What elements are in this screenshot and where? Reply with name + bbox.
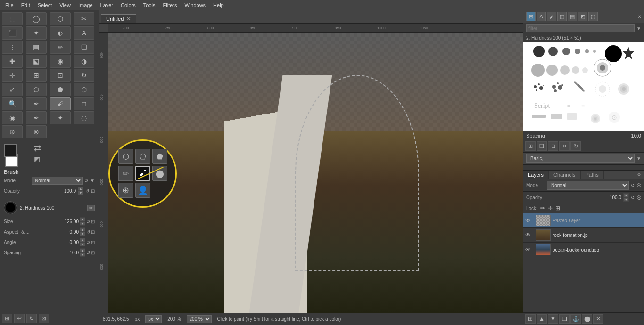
layer-opacity-chain[interactable]: ⛓ bbox=[636, 195, 641, 200]
size-down[interactable]: ▼ bbox=[80, 221, 85, 226]
brush-duplicate-button[interactable]: ❑ bbox=[537, 141, 547, 151]
tool-fuzzy-select[interactable]: ✂ bbox=[74, 12, 94, 25]
menu-windows[interactable]: Windows bbox=[181, 1, 209, 9]
tool-move[interactable]: ✛ bbox=[2, 69, 23, 82]
layer-item-pasted[interactable]: 👁 Pasted Layer bbox=[523, 213, 644, 228]
menu-edit[interactable]: Edit bbox=[18, 1, 33, 9]
layer-item-ocean[interactable]: 👁 ocean-background.jpg bbox=[523, 243, 644, 257]
aspect-up[interactable]: ▲ bbox=[80, 228, 85, 232]
tool-align[interactable]: ⊞ bbox=[26, 69, 47, 82]
merge-layer-button[interactable]: ⬤ bbox=[582, 314, 592, 324]
tool-crop[interactable]: ⊡ bbox=[50, 69, 71, 82]
layer-item-rock[interactable]: 👁 rock-formation.jp bbox=[523, 228, 644, 243]
highlight-tool-7[interactable]: ⊕ bbox=[118, 183, 133, 198]
mode-select[interactable]: Normal bbox=[32, 177, 83, 185]
lock-pixels-icon[interactable]: ✏ bbox=[540, 205, 545, 211]
layer-opacity-up[interactable]: ▲ bbox=[623, 193, 629, 197]
brush-preset-select[interactable]: Basic, bbox=[526, 154, 635, 163]
tool-heal[interactable]: ✚ bbox=[2, 55, 23, 68]
fg-color-swatch[interactable] bbox=[4, 144, 17, 157]
layers-mode-chain[interactable]: ⛓ bbox=[636, 183, 641, 188]
menu-filters[interactable]: Filters bbox=[160, 1, 181, 9]
zoom-select[interactable]: 200 % bbox=[187, 315, 212, 323]
brush-paste-button[interactable]: ⊟ bbox=[548, 141, 558, 151]
tab-paths[interactable]: Paths bbox=[581, 171, 604, 179]
size-store[interactable]: ⊡ bbox=[91, 219, 95, 224]
panel-icon-document[interactable]: ⬚ bbox=[588, 12, 598, 21]
layer-eye-rock[interactable]: 👁 bbox=[525, 232, 534, 238]
canvas-main[interactable]: ⬡ ⬠ ⬟ ✏ 🖌 ⬤ ⊕ 👤 bbox=[108, 33, 523, 313]
lock-position-icon[interactable]: ✛ bbox=[548, 205, 553, 211]
brush-new-button[interactable]: ⊞ bbox=[525, 141, 536, 151]
mode-info[interactable]: ▼ bbox=[90, 178, 95, 183]
menu-tools[interactable]: Tools bbox=[140, 1, 159, 9]
tool-pencil[interactable]: ✏ bbox=[50, 41, 71, 54]
menu-select[interactable]: Select bbox=[34, 1, 56, 9]
highlight-tool-8[interactable]: 👤 bbox=[135, 183, 150, 198]
layers-mode-select[interactable]: Normal bbox=[547, 181, 629, 190]
tool-flip[interactable]: ⬡ bbox=[74, 83, 94, 96]
tool-ink[interactable]: ✒ bbox=[26, 111, 47, 124]
tool-smudge[interactable]: ◌ bbox=[74, 111, 94, 124]
lock-alpha-icon[interactable]: ⊞ bbox=[555, 205, 560, 211]
tool-color-picker[interactable]: ✒ bbox=[26, 97, 47, 110]
tool-measure[interactable]: ⊕ bbox=[2, 125, 23, 138]
brush-edit-button[interactable]: ✏ bbox=[87, 205, 95, 211]
panel-close-icon[interactable]: ✕ bbox=[637, 14, 641, 19]
duplicate-layer-button[interactable]: ❑ bbox=[559, 314, 570, 324]
tool-dodge[interactable]: ◑ bbox=[74, 55, 94, 68]
swap-colors-button[interactable]: ⇄ bbox=[34, 143, 41, 154]
tool-text[interactable]: A bbox=[74, 26, 94, 40]
layers-mode-reset[interactable]: ↺ bbox=[631, 183, 635, 188]
tool-eraser[interactable]: ◻ bbox=[74, 97, 94, 110]
highlight-tool-3[interactable]: ⬟ bbox=[152, 149, 167, 164]
panel-icon-pattern[interactable]: ◫ bbox=[557, 12, 567, 21]
tool-script-fu[interactable]: ⊗ bbox=[26, 125, 47, 138]
size-reset[interactable]: ↺ bbox=[86, 219, 90, 224]
delete-button[interactable]: ⊠ bbox=[39, 314, 49, 323]
size-up[interactable]: ▲ bbox=[80, 217, 85, 221]
panel-icon-brush[interactable]: 🖌 bbox=[547, 12, 556, 21]
menu-layer[interactable]: Layer bbox=[97, 1, 117, 9]
config-button[interactable]: ↻ bbox=[26, 314, 37, 323]
filter-arrow-icon[interactable]: ▼ bbox=[636, 26, 641, 31]
spacing-down[interactable]: ▼ bbox=[80, 252, 85, 257]
brush-delete-button[interactable]: ✕ bbox=[559, 141, 570, 151]
angle-reset[interactable]: ↺ bbox=[86, 240, 90, 245]
tool-clone[interactable]: ❑ bbox=[74, 41, 94, 54]
menu-file[interactable]: File bbox=[2, 1, 17, 9]
angle-store[interactable]: ⊡ bbox=[91, 240, 95, 245]
delete-layer-button[interactable]: ✕ bbox=[593, 314, 603, 324]
spacing-store[interactable]: ⊡ bbox=[91, 250, 95, 255]
menu-image[interactable]: Image bbox=[75, 1, 96, 9]
raise-layer-button[interactable]: ▲ bbox=[537, 314, 547, 324]
aspect-down[interactable]: ▼ bbox=[80, 232, 85, 236]
menu-view[interactable]: View bbox=[56, 1, 74, 9]
lower-layer-button[interactable]: ▼ bbox=[548, 314, 558, 324]
tool-free-select[interactable]: ⬡ bbox=[50, 12, 71, 25]
tool-zoom[interactable]: 🔍 bbox=[2, 97, 23, 110]
tool-scale[interactable]: ⤢ bbox=[2, 83, 23, 96]
panel-icon-font[interactable]: A bbox=[537, 12, 546, 21]
menu-help[interactable]: Help bbox=[210, 1, 227, 9]
spacing-reset[interactable]: ↺ bbox=[86, 250, 90, 255]
canvas-tab-active[interactable]: Untitled ✕ bbox=[101, 14, 136, 23]
tool-perspective-clone[interactable]: ⬕ bbox=[26, 55, 47, 68]
tool-paintbrush[interactable]: 🖌 bbox=[50, 97, 71, 110]
layer-eye-ocean[interactable]: 👁 bbox=[525, 246, 534, 253]
tool-ellipse-select[interactable]: ◯ bbox=[26, 12, 47, 25]
menu-colors[interactable]: Colors bbox=[117, 1, 139, 9]
mode-reset[interactable]: ↺ bbox=[84, 178, 88, 183]
tool-paths[interactable]: ⬖ bbox=[50, 26, 71, 40]
tab-layers[interactable]: Layers bbox=[523, 171, 549, 179]
tool-intelligent-scissors[interactable]: ✦ bbox=[26, 26, 47, 40]
tab-close-button[interactable]: ✕ bbox=[126, 16, 131, 22]
tool-perspective[interactable]: ⬟ bbox=[50, 83, 71, 96]
highlight-tool-4[interactable]: ✏ bbox=[118, 166, 133, 181]
opacity-reset[interactable]: ↺ bbox=[85, 188, 89, 194]
aspect-reset[interactable]: ↺ bbox=[86, 229, 90, 235]
tool-blend[interactable]: ▤ bbox=[26, 41, 47, 54]
angle-down[interactable]: ▼ bbox=[80, 242, 85, 246]
tool-mybrush[interactable]: ✦ bbox=[50, 111, 71, 124]
unit-select[interactable]: px bbox=[145, 315, 162, 323]
